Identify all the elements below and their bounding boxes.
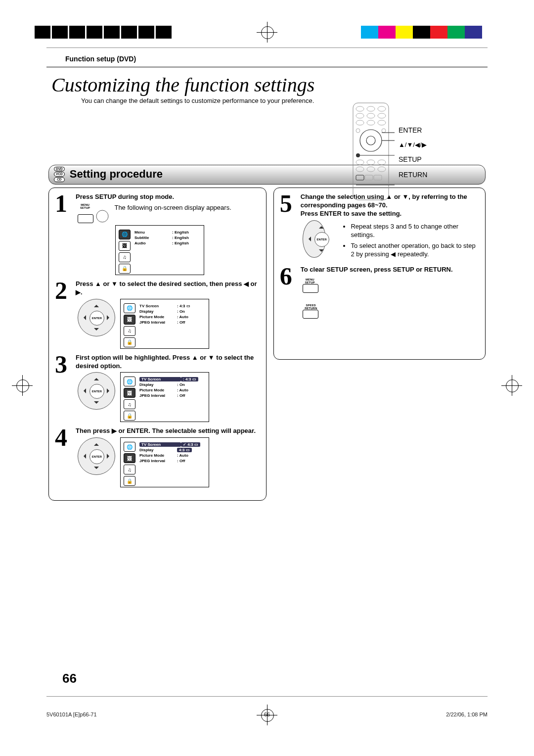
svg-point-28: [96, 210, 108, 222]
picture-icon: 🖼: [119, 241, 131, 251]
step-5-heading-b: Press ENTER to save the setting.: [301, 210, 479, 218]
svg-point-19: [367, 160, 375, 165]
disc-badges: DVD VCD CD: [54, 167, 65, 182]
audio-icon: ♫: [124, 465, 135, 474]
svg-point-23: [378, 167, 386, 172]
svg-point-10: [356, 129, 360, 133]
osd-screen-3: 🌐 🖼 ♫ 🔒 TV Screen: 4:3 ▭ Display: On Pi: [120, 372, 209, 422]
svg-point-9: [378, 120, 386, 125]
setup-button-icon: MENU SETUP: [78, 203, 109, 225]
step-number: 2: [55, 280, 72, 349]
callout-enter: ENTER: [399, 123, 478, 138]
globe-icon: 🌐: [124, 442, 135, 452]
color-swatch: [430, 26, 447, 39]
step-2-heading: Press ▲ or ▼ to select the desired secti…: [76, 280, 260, 297]
color-swatch: [396, 26, 413, 39]
callout-arrows: ▲/▼/◀/▶: [399, 138, 478, 152]
picture-icon: 🖼: [124, 315, 135, 325]
page-content: Function setup (DVD) Customizing the fun…: [46, 47, 488, 697]
step-1-text: The following on-screen display appears.: [114, 203, 231, 212]
svg-point-21: [356, 167, 364, 172]
audio-icon: ♫: [119, 252, 131, 262]
step-3-heading: First option will be highlighted. Press …: [76, 354, 260, 371]
svg-rect-26: [365, 175, 373, 180]
remote-icon: [349, 102, 396, 201]
svg-point-8: [367, 120, 375, 125]
badge-vcd: VCD: [54, 172, 65, 177]
page-subtitle: You can change the default settings to c…: [51, 96, 328, 105]
svg-point-5: [367, 113, 375, 118]
color-swatch: [413, 26, 430, 39]
setup-button-icon: MENU SETUP: [303, 278, 318, 295]
globe-icon: 🌐: [124, 377, 135, 386]
return-button-icon: SPEED RETURN: [303, 304, 319, 321]
registration-target-icon: [260, 25, 274, 40]
color-swatch: [482, 26, 499, 39]
divider: [46, 67, 488, 67]
svg-point-1: [356, 106, 364, 111]
svg-rect-27: [374, 175, 382, 180]
dpad-icon: ENTER: [303, 220, 326, 258]
badge-cd: CD: [54, 177, 65, 182]
picture-icon: 🖼: [124, 388, 135, 398]
picture-icon: 🖼: [124, 453, 135, 463]
svg-point-4: [356, 113, 364, 118]
dpad-icon: ENTER: [78, 299, 115, 336]
lock-icon: 🔒: [124, 337, 135, 347]
registration-target-right-icon: [504, 378, 519, 393]
remote-diagram: ENTER ▲/▼/◀/▶ SETUP RETURN: [349, 102, 478, 201]
osd-screen-1: 🌐 🖼 ♫ 🔒 Menu: English Subtitle: English: [115, 225, 204, 275]
svg-point-13: [366, 136, 375, 145]
page-number: 66: [62, 671, 77, 686]
step-number: 6: [280, 266, 297, 321]
lock-icon: 🔒: [124, 476, 135, 486]
svg-point-7: [356, 120, 364, 125]
step-3: 3 First option will be highlighted. Pres…: [55, 354, 260, 423]
step-6: 6 To clear SETUP screen, press SETUP or …: [280, 266, 479, 321]
osd-screen-2: 🌐 🖼 ♫ 🔒 TV Screen: 4:3 ▭ Display: On Pi: [120, 299, 209, 349]
color-swatch: [447, 26, 465, 39]
footer-left: 5V60101A [E]p66-71: [46, 711, 97, 717]
step-number: 4: [55, 427, 72, 487]
svg-point-16: [356, 153, 360, 157]
callout-setup: SETUP: [399, 152, 478, 167]
lock-icon: 🔒: [119, 264, 131, 274]
globe-icon: 🌐: [124, 303, 135, 313]
svg-rect-24: [356, 175, 364, 180]
step-6-heading: To clear SETUP screen, press SETUP or RE…: [301, 266, 479, 274]
step-4: 4 Then press ▶ or ENTER. The selectable …: [55, 427, 260, 487]
svg-point-18: [356, 160, 364, 165]
dpad-icon: ENTER: [78, 437, 115, 475]
step-5-notes: Repeat steps 3 and 5 to change other set…: [331, 222, 479, 261]
step-number: 5: [280, 193, 297, 261]
title-block: Customizing the function settings You ca…: [46, 73, 488, 105]
svg-point-22: [367, 167, 375, 172]
svg-point-20: [378, 160, 386, 165]
section-header: Function setup (DVD): [46, 55, 488, 67]
audio-icon: ♫: [124, 326, 135, 336]
audio-icon: ♫: [124, 399, 135, 409]
step-1: 1 Press SETUP during stop mode. MENU SET…: [55, 193, 260, 275]
badge-dvd: DVD: [54, 167, 65, 172]
svg-point-11: [382, 129, 386, 133]
procedure-title: Setting procedure: [70, 168, 163, 181]
step-2: 2 Press ▲ or ▼ to select the desired sec…: [55, 280, 260, 349]
svg-point-2: [367, 106, 375, 111]
step-number: 1: [55, 193, 72, 275]
svg-point-3: [378, 106, 386, 111]
color-swatch: [378, 26, 396, 39]
registration-black-bars: [35, 26, 173, 39]
registration-color-bars: [361, 26, 499, 39]
globe-icon: 🌐: [119, 230, 131, 239]
right-column: 5 Change the selection using ▲ or ▼, by …: [273, 188, 486, 360]
lock-icon: 🔒: [124, 411, 135, 421]
registration-target-bottom-icon: [260, 708, 274, 722]
step-5: 5 Change the selection using ▲ or ▼, by …: [280, 193, 479, 261]
step-4-heading: Then press ▶ or ENTER. The selectable se…: [76, 427, 260, 435]
osd-screen-4: 🌐 🖼 ♫ 🔒 TV Screen✓ 4:3 ▭ Display4:3 ▭ P: [120, 437, 209, 487]
callout-return: RETURN: [399, 167, 478, 183]
remote-callouts: ENTER ▲/▼/◀/▶ SETUP RETURN: [399, 102, 478, 183]
registration-target-left-icon: [15, 378, 30, 393]
color-swatch: [361, 26, 378, 39]
footer-right: 2/22/06, 1:08 PM: [446, 711, 488, 717]
